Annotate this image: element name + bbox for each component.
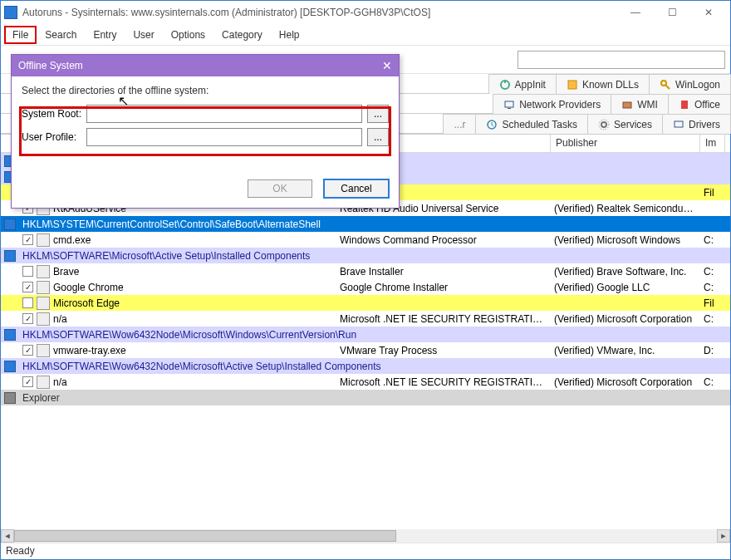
tab-appinit[interactable]: AppInit — [488, 74, 557, 94]
entry-description: Google Chrome Installer — [336, 282, 551, 293]
autorun-entry[interactable]: Google ChromeGoogle Chrome Installer(Ver… — [1, 279, 730, 295]
user-profile-input[interactable] — [86, 128, 362, 146]
ok-button[interactable]: OK — [248, 179, 312, 198]
autorun-entry[interactable]: BraveBrave Installer(Verified) Brave Sof… — [1, 263, 730, 279]
tab-network-providers[interactable]: Network Providers — [493, 94, 611, 114]
minimize-button[interactable]: — — [617, 1, 654, 24]
scroll-left-button[interactable]: ◄ — [1, 529, 14, 543]
tab-label: WinLogon — [675, 79, 720, 91]
system-root-input[interactable] — [86, 105, 362, 123]
autorun-entry[interactable]: vmware-tray.exeVMware Tray Process(Verif… — [1, 342, 730, 358]
registry-icon — [4, 361, 16, 372]
section-path: HKLM\SOFTWARE\Wow6432Node\Microsoft\Wind… — [19, 329, 730, 341]
registry-section[interactable]: HKLM\SOFTWARE\Wow6432Node\Microsoft\Wind… — [1, 327, 730, 342]
registry-icon — [4, 219, 16, 230]
menu-entry[interactable]: Entry — [85, 26, 125, 44]
entry-publisher: (Verified) Microsoft Corporation — [551, 313, 700, 325]
autoruns-window: Autoruns - Sysinternals: www.sysinternal… — [0, 0, 731, 560]
app-icon — [4, 6, 17, 19]
tab-truncated[interactable]: ...r — [443, 114, 476, 134]
autorun-entry[interactable]: cmd.exeWindows Command Processor(Verifie… — [1, 232, 730, 248]
registry-section[interactable]: HKLM\SOFTWARE\Microsoft\Active Setup\Ins… — [1, 248, 730, 263]
horizontal-scrollbar[interactable]: ◄ ► — [1, 529, 730, 543]
entry-checkbox[interactable] — [22, 297, 33, 308]
entry-checkbox[interactable] — [22, 376, 33, 387]
entry-image-path: C: — [700, 376, 725, 388]
category-label: Explorer — [19, 392, 63, 404]
tab-wmi[interactable]: WMI — [611, 94, 669, 114]
entry-publisher: (Verified) VMware, Inc. — [551, 345, 700, 356]
scroll-right-button[interactable]: ► — [717, 529, 730, 543]
entry-checkbox[interactable] — [22, 345, 33, 356]
entry-publisher: (Verified) Brave Software, Inc. — [551, 266, 700, 278]
tab-office[interactable]: Office — [668, 94, 731, 114]
svg-rect-10 — [675, 121, 683, 127]
tab-label: Services — [614, 119, 652, 130]
entry-checkbox[interactable] — [22, 234, 33, 245]
entry-description: Brave Installer — [336, 266, 551, 278]
entry-name: n/a — [53, 376, 67, 388]
svg-point-9 — [599, 120, 609, 130]
tab-drivers[interactable]: Drivers — [662, 114, 731, 134]
menu-category[interactable]: Category — [213, 26, 271, 44]
entry-name: n/a — [53, 313, 67, 325]
tab-label: ...r — [454, 119, 465, 130]
tab-winlogon[interactable]: WinLogon — [649, 74, 731, 94]
user-profile-label: User Profile: — [22, 131, 86, 143]
entry-description: Microsoft .NET IE SECURITY REGISTRATION — [336, 313, 551, 325]
quick-filter-input[interactable] — [518, 51, 725, 69]
entry-name: Google Chrome — [53, 282, 124, 293]
offline-system-dialog: Offline System ✕ ↖ Select the directorie… — [11, 54, 400, 209]
menubar: File Search Entry User Options Category … — [1, 24, 730, 46]
registry-section[interactable]: HKLM\SOFTWARE\Wow6432Node\Microsoft\Acti… — [1, 358, 730, 374]
dialog-prompt: Select the directories of the offline sy… — [22, 85, 389, 96]
menu-help[interactable]: Help — [271, 26, 308, 44]
status-bar: Ready — [1, 543, 730, 559]
tab-label: Scheduled Tasks — [502, 119, 577, 130]
tab-label: WMI — [637, 99, 658, 111]
tab-known-dlls[interactable]: Known DLLs — [556, 74, 650, 94]
folder-icon — [4, 392, 16, 404]
entry-image-path: Fil — [700, 297, 725, 309]
registry-icon — [4, 329, 16, 341]
autorun-entry[interactable]: n/aMicrosoft .NET IE SECURITY REGISTRATI… — [1, 311, 730, 327]
scroll-thumb[interactable] — [14, 530, 396, 542]
user-profile-browse-button[interactable]: ... — [367, 128, 389, 146]
entry-name: Brave — [53, 266, 79, 278]
svg-rect-1 — [568, 81, 576, 89]
system-root-label: System Root: — [22, 108, 86, 120]
col-image[interactable]: Im — [700, 135, 725, 152]
registry-section[interactable]: HKLM\SYSTEM\CurrentControlSet\Control\Sa… — [1, 216, 730, 232]
entry-publisher: (Verified) Microsoft Corporation — [551, 376, 700, 388]
autorun-entry[interactable]: n/aMicrosoft .NET IE SECURITY REGISTRATI… — [1, 374, 730, 390]
svg-rect-3 — [505, 101, 513, 107]
menu-search[interactable]: Search — [37, 26, 85, 44]
menu-user[interactable]: User — [125, 26, 162, 44]
menu-options[interactable]: Options — [163, 26, 213, 44]
svg-rect-6 — [681, 101, 688, 109]
category-header[interactable]: Explorer — [1, 390, 730, 405]
system-root-browse-button[interactable]: ... — [367, 105, 389, 123]
dialog-titlebar[interactable]: Offline System ✕ — [12, 55, 399, 76]
autorun-entry[interactable]: Microsoft EdgeFil — [1, 295, 730, 311]
tab-scheduled-tasks[interactable]: Scheduled Tasks — [475, 114, 588, 134]
cancel-button[interactable]: Cancel — [324, 179, 389, 198]
entry-checkbox[interactable] — [22, 266, 33, 277]
entry-name: Microsoft Edge — [53, 297, 120, 309]
svg-rect-4 — [508, 108, 511, 109]
entry-publisher: (Verified) Google LLC — [551, 282, 700, 293]
entry-checkbox[interactable] — [22, 282, 33, 292]
close-button[interactable]: ✕ — [690, 1, 727, 24]
maximize-button[interactable]: ☐ — [654, 1, 690, 24]
entry-icon — [37, 376, 50, 389]
status-text: Ready — [6, 545, 35, 557]
dialog-close-icon[interactable]: ✕ — [382, 59, 392, 72]
menu-file[interactable]: File — [4, 26, 37, 44]
tab-services[interactable]: Services — [587, 114, 663, 134]
col-publisher[interactable]: Publisher — [551, 135, 700, 152]
entry-image-path: C: — [700, 234, 725, 246]
svg-rect-5 — [623, 102, 631, 108]
tab-label: Drivers — [689, 119, 720, 130]
entry-checkbox[interactable] — [22, 313, 33, 324]
entry-name: cmd.exe — [53, 234, 91, 246]
